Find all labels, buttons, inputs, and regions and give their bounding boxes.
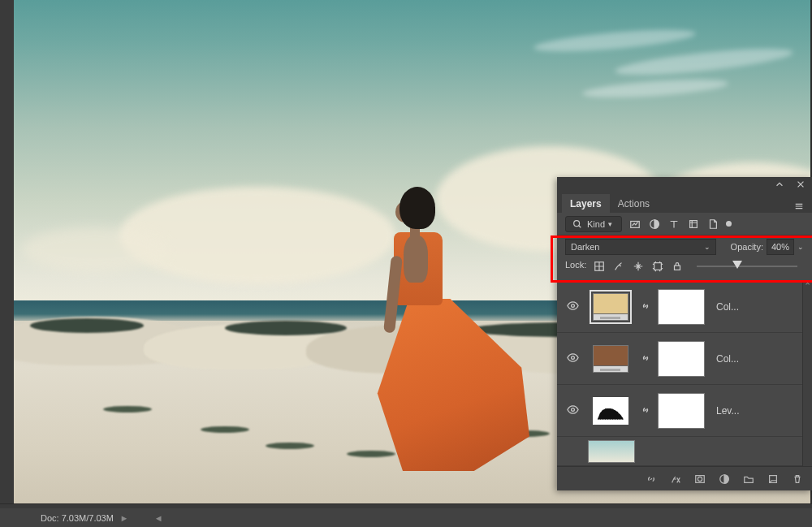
lock-position-icon[interactable]: [632, 260, 645, 273]
layer-name[interactable]: Lev...: [716, 405, 796, 417]
opacity-label: Opacity:: [731, 242, 763, 252]
svg-point-7: [571, 305, 574, 308]
filter-type-icon[interactable]: [667, 218, 680, 231]
layer-row[interactable]: Col...: [557, 281, 802, 333]
blend-mode-value: Darken: [571, 242, 599, 252]
layer-name[interactable]: Col...: [716, 301, 796, 313]
visibility-toggle[interactable]: [564, 404, 581, 417]
link-icon[interactable]: [640, 353, 651, 365]
new-layer-icon[interactable]: [767, 473, 780, 486]
fx-icon[interactable]: [669, 473, 682, 486]
photo-grass: [201, 426, 249, 433]
layer-row[interactable]: [557, 437, 802, 466]
link-icon[interactable]: [640, 301, 651, 313]
photo-vegetation: [225, 321, 347, 335]
add-mask-icon[interactable]: [693, 473, 706, 486]
layer-row[interactable]: Lev...: [557, 385, 802, 437]
layer-filter-row: Kind ▾: [557, 213, 812, 235]
lock-row: Lock:: [557, 258, 812, 281]
delete-layer-icon[interactable]: [791, 473, 804, 486]
photo-grass: [266, 443, 314, 449]
svg-rect-5: [654, 263, 662, 270]
layer-thumbnail[interactable]: [588, 440, 635, 463]
panel-tabbar: Layers Actions: [557, 192, 812, 213]
opacity-value: 40%: [771, 242, 789, 252]
visibility-toggle[interactable]: [564, 300, 581, 313]
layer-row[interactable]: Col...: [557, 333, 802, 385]
layers-bottom-toolbar: [557, 466, 812, 490]
blend-mode-select[interactable]: Darken ⌄: [565, 239, 716, 255]
photo-cloud: [22, 227, 168, 272]
filter-shape-icon[interactable]: [687, 218, 700, 231]
visibility-toggle[interactable]: [564, 352, 581, 365]
status-arrow-right-icon[interactable]: ►: [119, 513, 130, 523]
link-layers-icon[interactable]: [645, 473, 658, 486]
photo-grass: [103, 406, 152, 413]
photo-cloud: [119, 187, 395, 284]
status-scroll-left-icon[interactable]: ◄: [153, 513, 164, 523]
layer-thumbnail[interactable]: [593, 293, 628, 321]
svg-point-11: [698, 477, 702, 481]
chevron-down-icon: ⌄: [704, 243, 710, 251]
filter-smart-icon[interactable]: [706, 218, 719, 231]
tab-layers[interactable]: Layers: [562, 194, 610, 213]
panel-titlebar[interactable]: [557, 177, 812, 192]
new-adjustment-icon[interactable]: [718, 473, 731, 486]
layers-panel: Layers Actions Kind ▾ Darken: [557, 177, 812, 490]
new-group-icon[interactable]: [742, 473, 755, 486]
collapse-icon[interactable]: [773, 178, 786, 191]
scrollbar[interactable]: ⌃: [802, 281, 812, 466]
link-icon[interactable]: [640, 405, 651, 417]
opacity-slider-thumb[interactable]: [732, 261, 742, 269]
filter-adjust-icon[interactable]: [648, 218, 661, 231]
photo-person: [371, 187, 533, 479]
svg-rect-3: [690, 220, 698, 227]
lock-brush-icon[interactable]: [612, 260, 625, 273]
lock-artboard-icon[interactable]: [651, 260, 664, 273]
layer-filter-kind[interactable]: Kind ▾: [565, 216, 622, 232]
chevron-down-icon: ▾: [608, 220, 612, 228]
svg-point-0: [574, 220, 580, 226]
lock-transparent-icon[interactable]: [593, 260, 606, 273]
photo-vegetation: [30, 318, 144, 333]
status-bar: Doc: 7.03M/7.03M ► ◄: [0, 508, 812, 527]
doc-size-label: Doc: 7.03M/7.03M: [41, 513, 114, 523]
close-icon[interactable]: [794, 178, 807, 191]
tab-actions[interactable]: Actions: [610, 194, 658, 213]
layer-thumbnail[interactable]: [593, 345, 628, 373]
filter-pixel-icon[interactable]: [628, 218, 641, 231]
panel-menu-icon[interactable]: [786, 200, 812, 213]
layers-list: Col... Col...: [557, 281, 802, 466]
blend-opacity-row: Darken ⌄ Opacity: 40% ⌄: [557, 235, 812, 258]
mask-thumbnail[interactable]: [658, 341, 705, 377]
svg-point-8: [571, 356, 574, 360]
svg-point-9: [571, 408, 574, 412]
filter-toggle-icon[interactable]: [726, 221, 732, 227]
lock-all-icon[interactable]: [671, 260, 684, 273]
filter-kind-label: Kind: [587, 219, 605, 229]
left-gutter: [0, 0, 14, 503]
search-icon: [571, 218, 584, 231]
mask-thumbnail[interactable]: [658, 289, 705, 325]
layer-thumbnail[interactable]: [593, 397, 628, 425]
opacity-slider[interactable]: [697, 260, 797, 273]
lock-label: Lock:: [565, 260, 586, 270]
chevron-down-icon[interactable]: ⌄: [797, 243, 804, 251]
opacity-field[interactable]: 40%: [767, 239, 794, 255]
layer-name[interactable]: Col...: [716, 353, 796, 365]
svg-rect-6: [675, 266, 680, 270]
mask-thumbnail[interactable]: [658, 393, 705, 429]
